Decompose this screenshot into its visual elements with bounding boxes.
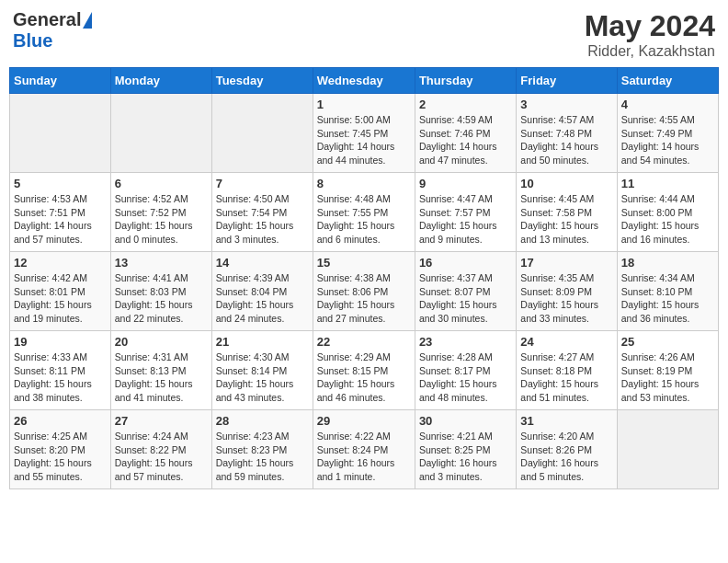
calendar-cell: 29Sunrise: 4:22 AM Sunset: 8:24 PM Dayli… [313, 410, 415, 489]
calendar-cell: 11Sunrise: 4:44 AM Sunset: 8:00 PM Dayli… [617, 173, 718, 252]
day-info: Sunrise: 4:37 AM Sunset: 8:07 PM Dayligh… [419, 271, 512, 326]
day-info: Sunrise: 4:55 AM Sunset: 7:49 PM Dayligh… [621, 113, 714, 167]
day-info: Sunrise: 4:24 AM Sunset: 8:22 PM Dayligh… [115, 430, 208, 484]
calendar-cell: 27Sunrise: 4:24 AM Sunset: 8:22 PM Dayli… [110, 410, 211, 489]
calendar-cell: 24Sunrise: 4:27 AM Sunset: 8:18 PM Dayli… [517, 331, 617, 410]
calendar-cell: 6Sunrise: 4:52 AM Sunset: 7:52 PM Daylig… [110, 173, 211, 252]
day-number: 25 [621, 335, 714, 349]
title-block: May 2024 Ridder, Kazakhstan [585, 9, 715, 60]
calendar-cell: 26Sunrise: 4:25 AM Sunset: 8:20 PM Dayli… [10, 410, 111, 489]
day-info: Sunrise: 4:59 AM Sunset: 7:46 PM Dayligh… [419, 113, 512, 167]
day-number: 20 [115, 335, 208, 349]
day-number: 8 [317, 177, 411, 190]
day-info: Sunrise: 4:52 AM Sunset: 7:52 PM Dayligh… [115, 192, 208, 247]
calendar-cell: 4Sunrise: 4:55 AM Sunset: 7:49 PM Daylig… [617, 94, 718, 173]
logo-triangle-icon [83, 12, 92, 29]
day-number: 7 [216, 177, 309, 190]
day-info: Sunrise: 4:50 AM Sunset: 7:54 PM Dayligh… [216, 192, 309, 247]
calendar-cell: 2Sunrise: 4:59 AM Sunset: 7:46 PM Daylig… [415, 94, 516, 173]
day-number: 4 [621, 98, 714, 111]
day-info: Sunrise: 4:31 AM Sunset: 8:13 PM Dayligh… [115, 350, 208, 405]
calendar-cell: 12Sunrise: 4:42 AM Sunset: 8:01 PM Dayli… [10, 252, 111, 331]
calendar-cell [110, 94, 211, 173]
day-info: Sunrise: 5:00 AM Sunset: 7:45 PM Dayligh… [317, 113, 411, 167]
day-number: 10 [520, 177, 612, 190]
day-info: Sunrise: 4:25 AM Sunset: 8:20 PM Dayligh… [14, 430, 107, 484]
calendar-cell: 9Sunrise: 4:47 AM Sunset: 7:57 PM Daylig… [415, 173, 516, 252]
day-number: 31 [520, 414, 612, 428]
logo-general-text: General [13, 9, 81, 30]
calendar-cell: 17Sunrise: 4:35 AM Sunset: 8:09 PM Dayli… [517, 252, 617, 331]
calendar-cell: 14Sunrise: 4:39 AM Sunset: 8:04 PM Dayli… [211, 252, 313, 331]
day-number: 21 [216, 335, 309, 349]
day-number: 14 [216, 256, 309, 270]
day-number: 28 [216, 414, 309, 428]
day-info: Sunrise: 4:21 AM Sunset: 8:25 PM Dayligh… [419, 430, 512, 484]
calendar-cell: 22Sunrise: 4:29 AM Sunset: 8:15 PM Dayli… [313, 331, 415, 410]
day-number: 27 [115, 414, 208, 428]
day-number: 2 [419, 98, 512, 111]
calendar-cell: 13Sunrise: 4:41 AM Sunset: 8:03 PM Dayli… [110, 252, 211, 331]
day-number: 13 [115, 256, 208, 270]
day-info: Sunrise: 4:29 AM Sunset: 8:15 PM Dayligh… [317, 350, 411, 405]
calendar-cell: 1Sunrise: 5:00 AM Sunset: 7:45 PM Daylig… [313, 94, 415, 173]
month-year-title: May 2024 [585, 9, 715, 43]
day-info: Sunrise: 4:26 AM Sunset: 8:19 PM Dayligh… [621, 350, 714, 405]
calendar-cell [211, 94, 313, 173]
day-number: 19 [14, 335, 107, 349]
day-info: Sunrise: 4:53 AM Sunset: 7:51 PM Dayligh… [14, 192, 107, 247]
day-number: 30 [419, 414, 512, 428]
day-info: Sunrise: 4:48 AM Sunset: 7:55 PM Dayligh… [317, 192, 411, 247]
day-number: 18 [621, 256, 714, 270]
calendar-cell [617, 410, 718, 489]
day-number: 24 [520, 335, 612, 349]
day-number: 26 [14, 414, 107, 428]
day-info: Sunrise: 4:23 AM Sunset: 8:23 PM Dayligh… [216, 430, 309, 484]
day-number: 9 [419, 177, 512, 190]
logo: General Blue [13, 9, 92, 52]
calendar-cell: 19Sunrise: 4:33 AM Sunset: 8:11 PM Dayli… [10, 331, 111, 410]
column-header-sunday: Sunday [10, 68, 111, 94]
day-info: Sunrise: 4:47 AM Sunset: 7:57 PM Dayligh… [419, 192, 512, 247]
calendar-week-row: 5Sunrise: 4:53 AM Sunset: 7:51 PM Daylig… [10, 173, 719, 252]
day-info: Sunrise: 4:28 AM Sunset: 8:17 PM Dayligh… [419, 350, 512, 405]
day-info: Sunrise: 4:45 AM Sunset: 7:58 PM Dayligh… [520, 192, 612, 247]
day-info: Sunrise: 4:34 AM Sunset: 8:10 PM Dayligh… [621, 271, 714, 326]
day-number: 6 [115, 177, 208, 190]
page-header: General Blue May 2024 Ridder, Kazakhstan [9, 9, 719, 60]
day-info: Sunrise: 4:41 AM Sunset: 8:03 PM Dayligh… [115, 271, 208, 326]
calendar-header-row: SundayMondayTuesdayWednesdayThursdayFrid… [10, 68, 719, 94]
day-info: Sunrise: 4:38 AM Sunset: 8:06 PM Dayligh… [317, 271, 411, 326]
logo-blue-text: Blue [13, 30, 52, 52]
location-subtitle: Ridder, Kazakhstan [585, 43, 715, 60]
column-header-wednesday: Wednesday [313, 68, 415, 94]
day-number: 12 [14, 256, 107, 270]
calendar-table: SundayMondayTuesdayWednesdayThursdayFrid… [9, 67, 719, 489]
calendar-week-row: 1Sunrise: 5:00 AM Sunset: 7:45 PM Daylig… [10, 94, 719, 173]
day-number: 5 [14, 177, 107, 190]
calendar-cell: 30Sunrise: 4:21 AM Sunset: 8:25 PM Dayli… [415, 410, 516, 489]
day-number: 1 [317, 98, 411, 111]
calendar-cell: 8Sunrise: 4:48 AM Sunset: 7:55 PM Daylig… [313, 173, 415, 252]
day-info: Sunrise: 4:20 AM Sunset: 8:26 PM Dayligh… [520, 430, 612, 484]
calendar-cell: 7Sunrise: 4:50 AM Sunset: 7:54 PM Daylig… [211, 173, 313, 252]
day-info: Sunrise: 4:30 AM Sunset: 8:14 PM Dayligh… [216, 350, 309, 405]
day-info: Sunrise: 4:22 AM Sunset: 8:24 PM Dayligh… [317, 430, 411, 484]
calendar-cell: 21Sunrise: 4:30 AM Sunset: 8:14 PM Dayli… [211, 331, 313, 410]
column-header-friday: Friday [517, 68, 617, 94]
calendar-cell: 20Sunrise: 4:31 AM Sunset: 8:13 PM Dayli… [110, 331, 211, 410]
day-number: 15 [317, 256, 411, 270]
day-number: 23 [419, 335, 512, 349]
calendar-cell: 16Sunrise: 4:37 AM Sunset: 8:07 PM Dayli… [415, 252, 516, 331]
column-header-monday: Monday [110, 68, 211, 94]
calendar-cell: 5Sunrise: 4:53 AM Sunset: 7:51 PM Daylig… [10, 173, 111, 252]
day-info: Sunrise: 4:27 AM Sunset: 8:18 PM Dayligh… [520, 350, 612, 405]
day-number: 11 [621, 177, 714, 190]
column-header-saturday: Saturday [617, 68, 718, 94]
day-info: Sunrise: 4:35 AM Sunset: 8:09 PM Dayligh… [520, 271, 612, 326]
calendar-week-row: 26Sunrise: 4:25 AM Sunset: 8:20 PM Dayli… [10, 410, 719, 489]
calendar-cell: 15Sunrise: 4:38 AM Sunset: 8:06 PM Dayli… [313, 252, 415, 331]
calendar-week-row: 12Sunrise: 4:42 AM Sunset: 8:01 PM Dayli… [10, 252, 719, 331]
day-number: 16 [419, 256, 512, 270]
calendar-cell: 23Sunrise: 4:28 AM Sunset: 8:17 PM Dayli… [415, 331, 516, 410]
